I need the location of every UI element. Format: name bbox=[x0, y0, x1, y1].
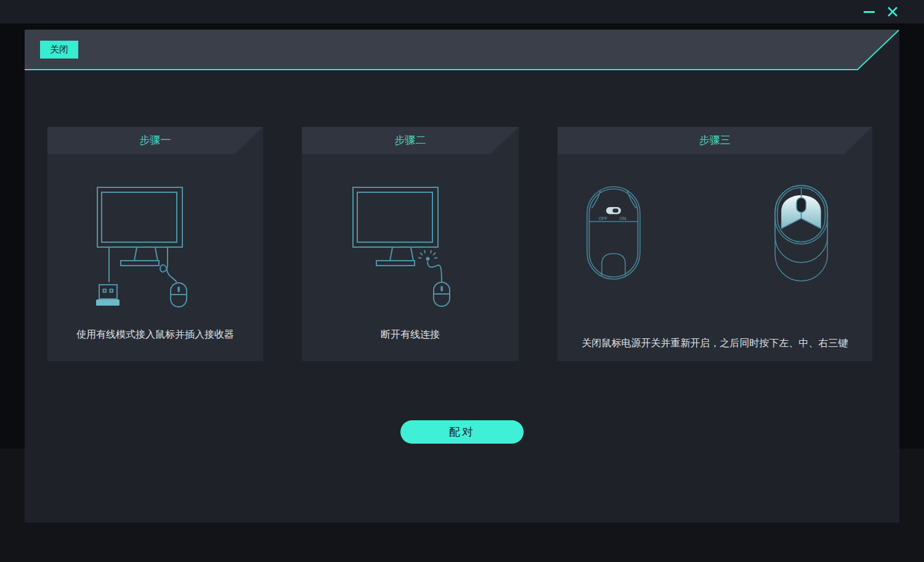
receiver-base bbox=[96, 299, 120, 306]
monitor-receiver-mouse-illustration bbox=[60, 180, 251, 311]
step-2-caption: 断开有线连接 bbox=[302, 327, 519, 341]
pairing-dialog: 关闭 步骤一 bbox=[25, 30, 899, 523]
pair-button[interactable]: 配对 bbox=[400, 420, 524, 444]
power-switch-knob bbox=[613, 209, 619, 213]
step-card-3: 步骤三 OFF ON bbox=[557, 127, 872, 361]
cable-plug-tip bbox=[426, 257, 430, 261]
scroll-wheel bbox=[796, 198, 806, 213]
disconnect-spark-icon bbox=[418, 250, 437, 258]
step-3-caption: 关闭鼠标电源开关并重新开启，之后同时按下左、中、右三键 bbox=[557, 336, 872, 350]
dialog-header bbox=[25, 30, 899, 70]
step-3-title: 步骤三 bbox=[557, 127, 872, 154]
step-card-1: 步骤一 使用有线模式接入鼠标并插入接收器 bbox=[47, 127, 263, 361]
scroll-wheel bbox=[440, 286, 443, 291]
window-minimize-button[interactable] bbox=[861, 3, 878, 20]
window-close-button[interactable] bbox=[884, 3, 901, 20]
highlighted-buttons bbox=[781, 195, 821, 229]
step-1-title: 步骤一 bbox=[47, 127, 263, 154]
step-2-title: 步骤二 bbox=[302, 127, 519, 154]
titlebar bbox=[0, 0, 924, 23]
scroll-wheel bbox=[177, 287, 180, 292]
mouse-three-button-press-illustration bbox=[772, 184, 833, 288]
minimize-icon bbox=[864, 11, 875, 13]
app-window: 关闭 步骤一 bbox=[0, 0, 924, 562]
step-card-2: 步骤二 bbox=[302, 127, 519, 361]
power-switch bbox=[606, 207, 621, 214]
switch-off-label: OFF bbox=[599, 216, 607, 221]
dialog-close-button[interactable]: 关闭 bbox=[40, 41, 78, 59]
switch-on-label: ON bbox=[620, 216, 626, 221]
mouse-bottom-power-switch-illustration: OFF ON bbox=[583, 185, 645, 283]
monitor-disconnected-mouse-illustration bbox=[315, 180, 506, 311]
close-icon bbox=[886, 6, 899, 18]
step-1-caption: 使用有线模式接入鼠标并插入接收器 bbox=[47, 327, 263, 341]
